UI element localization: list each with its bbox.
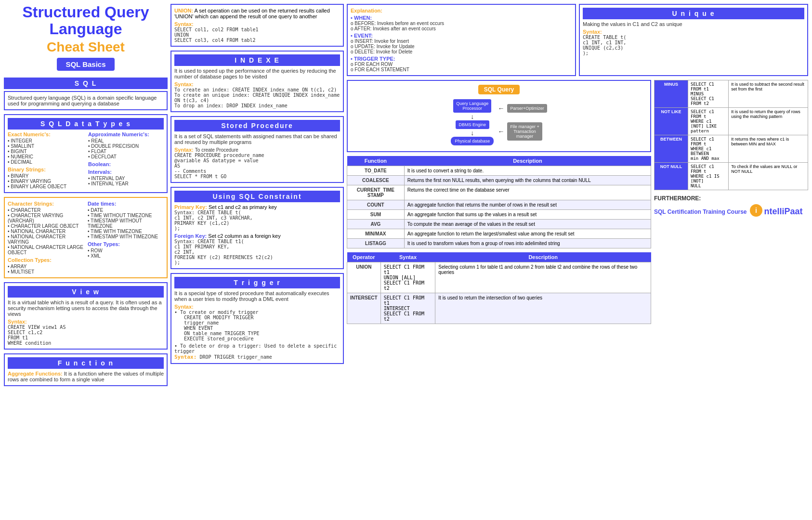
approx-title: Approximate Numeric's: — [88, 131, 164, 137]
func-desc-7: It is used to transform values from a gr… — [404, 239, 651, 248]
brand-link[interactable]: SQL Certification Training Course — [654, 208, 747, 215]
exact-smallint: • SMALLINT — [8, 143, 83, 149]
physical-db-box: Physical database — [451, 137, 494, 145]
for-each-stmt: o FOR EACH STATEMENT — [351, 67, 572, 72]
func-desc-0: It is used to convert a string to date. — [404, 166, 651, 176]
ops-row-1: INTERSECTSELECT C1 FROM t1 INTERSECT SEL… — [347, 293, 651, 324]
top-right-row: Explanation: • WHEN: o BEFORE: Invokes b… — [347, 4, 808, 76]
right-op-syntax-0: SELECT C1 FROM t1 MINUS SELECT C1 FROM t… — [688, 80, 729, 108]
func-desc-2: Returns the correct time on the database… — [404, 185, 651, 200]
stored-proc-section: Stored Procedure It is a set of SQL stat… — [170, 116, 344, 183]
func-name-2: CURRENT_TIME STAMP — [347, 185, 405, 200]
binary-2: • BINARY VARYING — [8, 179, 83, 184]
right-side-table: MINUSSELECT C1 FROM t1 MINUS SELECT C1 F… — [654, 80, 808, 328]
function-desc: Aggregate Functions: It is a function wh… — [8, 371, 164, 382]
right-op-syntax-3: SELECT c1 FROM t WHERE c1 IS [NOT] NULL — [688, 163, 729, 190]
ops-op-0: UNION — [347, 262, 381, 293]
right-main: SQL Query Query LanguageProcessor ↓ DBMS… — [347, 80, 651, 328]
title-line1: Structured Query — [4, 4, 168, 21]
exact-decimal: • DECIMAL — [8, 159, 83, 165]
unique-desc: Making the values in C1 and C2 as unique — [583, 21, 804, 27]
indexe-syntax-2: To create an unique index: CREATE UNIQUE… — [174, 92, 340, 103]
right-op-desc-1: It is used to return the query of rows u… — [729, 108, 808, 135]
func-name-5: AVG — [347, 220, 405, 229]
diagram-row-1: Query LanguageProcessor ↓ DBMS Engine ↓ … — [352, 99, 646, 145]
right-op-desc-0: It is used to subtract the second result… — [729, 80, 808, 108]
char-title: Character Strings: — [8, 201, 84, 207]
char-right: Date times: • DATE • TIME WITHOUT TIMEZO… — [88, 201, 164, 274]
trigger-type-section: • TRIGGER TYPE: o FOR EACH ROW o FOR EAC… — [351, 56, 572, 72]
trigger-section: T r i g g e r It is a special type of st… — [170, 273, 344, 364]
arrow-down-1: ↓ — [471, 113, 474, 120]
collection-title: Collection Types: — [8, 257, 84, 263]
title-cheatsheet: Cheat Sheet — [4, 39, 168, 55]
other-title: Other Types: — [88, 241, 164, 247]
query-lang-box: Query LanguageProcessor — [453, 99, 491, 113]
sql-desc-box: Structured query language (SQL) is a dom… — [4, 91, 168, 110]
approx-float: • FLOAT — [88, 149, 164, 154]
exact-bigint: • BIGINT — [8, 149, 83, 154]
stored-proc-note: To create Procedure — [195, 147, 238, 153]
furthermore-section: FURTHERMORE: SQL Certification Training … — [654, 195, 808, 220]
approx-double: • DOUBLE PRECISION — [88, 143, 164, 149]
dbms-engine-box: DBMS Engine — [456, 120, 489, 129]
title-line2: Language — [4, 21, 168, 38]
func-name-1: COALESCE — [347, 176, 405, 185]
arrow-down-2: ↓ — [471, 129, 474, 137]
function-header: F u n c t i o n — [8, 357, 164, 369]
sql-query-diagram: SQL Query Query LanguageProcessor ↓ DBMS… — [347, 80, 651, 152]
right-ops-row-3: NOT NULLSELECT c1 FROM t WHERE c1 IS [NO… — [655, 163, 808, 190]
trigger-desc: It is a special type of stored procedure… — [174, 290, 340, 302]
operators-table: Operator Syntax Description UNIONSELECT … — [347, 252, 651, 324]
binary-title: Binary Strings: — [8, 167, 83, 172]
func-row-6: MIN/MAXAn aggregate function to return t… — [347, 229, 651, 239]
trigger-item-4: WHEN EVENT — [174, 325, 340, 331]
right-ops-row-0: MINUSSELECT C1 FROM t1 MINUS SELECT C1 F… — [655, 80, 808, 108]
indexe-syntax-label: Syntax: — [174, 81, 340, 87]
ops-desc-0: Selecting column 1 for table t1 and colu… — [435, 262, 651, 293]
func-name-0: TO_DATE — [347, 166, 405, 176]
exact-title: Exact Numeric's: — [8, 131, 83, 137]
indexe-desc: It is used to speed up the performance o… — [174, 68, 340, 79]
union-syntax-code: SELECT col1, col2 FROM table1 UNION SELE… — [174, 27, 340, 43]
right-op-name-3: NOT NULL — [655, 163, 688, 190]
svg-text:i: i — [756, 207, 758, 214]
stored-proc-header: Stored Procedure — [174, 120, 340, 131]
trigger-type-label: • TRIGGER TYPE: — [351, 56, 395, 62]
function-section: F u n c t i o n Aggregate Functions: It … — [4, 353, 168, 386]
trigger-item-3: trigger_name — [174, 320, 340, 325]
trigger-info-box: Explanation: • WHEN: o BEFORE: Invokes b… — [347, 4, 576, 76]
pk-line: Primary Key: Set c1 and c2 as primary ke… — [174, 204, 340, 210]
trigger-item-2: CREATE OR MODIFY TRIGGER — [174, 315, 340, 320]
for-each-row: o FOR EACH ROW — [351, 62, 572, 67]
func-row-0: TO_DATEIt is used to convert a string to… — [347, 166, 651, 176]
union-syntax-label: Syntax: — [174, 21, 340, 27]
right-op-syntax-2: SELECT c1 FROM t WHERE c1 BETWEEN min AN… — [688, 135, 729, 163]
stored-proc-syntax-label: Syntax: To create Procedure — [174, 147, 340, 153]
func-row-7: LISTAGGIt is used to transform values fr… — [347, 239, 651, 248]
after-item: o AFTER: Invokes after an event occurs — [351, 26, 572, 31]
func-desc-5: To compute the mean average of the value… — [404, 220, 651, 229]
sql-desc: Structured query language (SQL) is a dom… — [8, 95, 164, 106]
trigger-item-5: ON table_name TRIGGER_TYPE — [174, 331, 340, 336]
when-section: • WHEN: o BEFORE: Invokes before an even… — [351, 15, 572, 31]
ops-syntax-0: SELECT C1 FROM t1 UNION [ALL] SELECT C1 … — [380, 262, 435, 293]
stored-proc-code: CREATE PROCEDURE procedure_name @variabl… — [174, 153, 340, 179]
right-op-desc-3: To check if the values are NULL or NOT N… — [729, 163, 808, 190]
intellipaat-brand: SQL Certification Training Course i ntel… — [654, 204, 808, 220]
date-title: Date times: — [88, 201, 164, 207]
right-op-name-1: NOT LIKE — [655, 108, 688, 135]
right-op-name-0: MINUS — [655, 80, 688, 108]
right-column: Explanation: • WHEN: o BEFORE: Invokes b… — [347, 4, 808, 390]
union-section: UNION: A set operation can be used on th… — [170, 4, 344, 47]
trigger-drop: Syntax: DROP TRIGGER trigger_name — [174, 354, 340, 360]
fk-line: Foreign Key: Set c2 column as a foreign … — [174, 233, 340, 239]
func-col1-header: Function — [347, 156, 405, 166]
view-header: V i e w — [8, 286, 164, 298]
func-name-6: MIN/MAX — [347, 229, 405, 239]
fk-label: Foreign Key: — [174, 233, 207, 239]
datatypes-grid: Exact Numeric's: • INTEGER • SMALLINT • … — [8, 131, 164, 189]
sql-header: S Q L — [4, 78, 168, 89]
right-op-name-2: BETWEEN — [655, 135, 688, 163]
func-name-4: SUM — [347, 210, 405, 220]
